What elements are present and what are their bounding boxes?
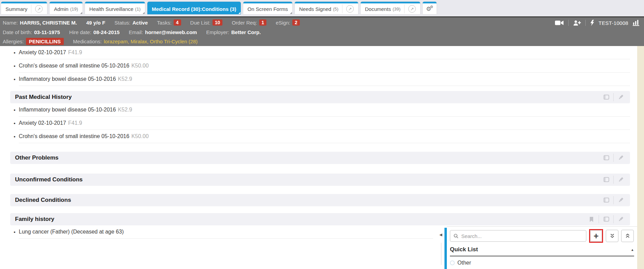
tab-documents-label: Documents: [365, 6, 391, 12]
tab-bar: Summary ↗ Admin (19) Health Surveillance…: [0, 0, 644, 17]
condition-code: K50.00: [131, 133, 149, 139]
condition-search-box: [450, 230, 586, 242]
medications-label: Medications:: [73, 39, 102, 44]
tab-summary[interactable]: Summary ↗: [1, 2, 47, 14]
panel-accent-bar: [444, 228, 447, 269]
tab-health-surveillance[interactable]: Health Surveillance (1): [85, 2, 145, 14]
encounters-book-icon[interactable]: [599, 215, 613, 224]
due-list-count-badge[interactable]: 10: [213, 19, 223, 26]
esign-label: eSign:: [276, 20, 290, 26]
condition-code: K52.9: [118, 76, 132, 82]
popout-icon[interactable]: ↗: [35, 5, 43, 13]
tasks-count-badge[interactable]: 4: [174, 19, 181, 26]
search-input[interactable]: [461, 233, 583, 239]
encounters-book-icon[interactable]: [599, 175, 613, 184]
popout-icon[interactable]: ↗: [408, 5, 416, 13]
tab-documents[interactable]: Documents (39) ↗: [361, 2, 420, 14]
bookmark-icon[interactable]: [584, 215, 599, 224]
section-title: Declined Conditions: [15, 197, 71, 204]
quick-list-item-label: Other: [457, 260, 471, 266]
patient-email: horner@mieweb.com: [145, 29, 197, 35]
condition-item: Anxiety 02-10-2017 F41.9: [19, 117, 630, 130]
allergy-badge[interactable]: PENICILLINS: [26, 38, 64, 45]
tab-divider: [404, 4, 405, 13]
lightning-icon[interactable]: [590, 20, 594, 26]
patient-dob: 03-11-1975: [34, 29, 60, 35]
esign-count-badge[interactable]: 2: [292, 19, 300, 26]
quick-list-header[interactable]: Quick List ▲: [450, 246, 634, 256]
section-family-history: Family history: [10, 213, 630, 225]
section-declined-conditions: Declined Conditions: [10, 194, 630, 206]
condition-item: Inflammatory bowel disease 05-10-2016 K5…: [19, 73, 630, 86]
patient-hire-date: 08-24-2015: [93, 29, 120, 35]
tab-count: (1): [135, 6, 141, 12]
tasks-label: Tasks:: [157, 20, 172, 26]
condition-link[interactable]: Anxiety 02-10-2017: [19, 49, 66, 56]
condition-item: Crohn's disease of small intestine 05-10…: [19, 59, 630, 73]
add-condition-button[interactable]: +: [590, 230, 602, 242]
tab-dropdown-fold-icon: [290, 12, 292, 14]
active-conditions-list: Anxiety 02-10-2017 F41.9 Crohn's disease…: [19, 46, 630, 86]
edit-pencil-icon[interactable]: [614, 93, 628, 102]
tab-count: (5): [333, 6, 338, 12]
edit-pencil-icon[interactable]: [614, 175, 628, 184]
flowsheet-chart-icon[interactable]: [633, 20, 639, 26]
edit-pencil-icon[interactable]: [614, 153, 628, 162]
tab-needs-signed[interactable]: Needs Signed (5) ↗: [295, 2, 358, 14]
section-past-medical-history: Past Medical History: [10, 91, 630, 103]
order-req-count-badge[interactable]: 1: [259, 19, 267, 26]
collapse-triangle-icon[interactable]: ▲: [631, 248, 634, 252]
condition-item: Crohn's disease of small intestine 05-10…: [19, 130, 630, 143]
condition-item: Anxiety 02-10-2017 F41.9: [19, 46, 630, 59]
patient-status: Active: [132, 20, 148, 26]
section-other-problems: Other Problems: [10, 152, 630, 164]
condition-link[interactable]: Crohn's disease of small intestine 05-10…: [19, 63, 129, 69]
condition-code: K50.00: [131, 63, 149, 69]
encounters-book-icon[interactable]: [599, 196, 613, 205]
condition-code: K52.9: [118, 107, 132, 113]
tab-count: (19): [70, 6, 78, 12]
due-list-label: Due List:: [190, 20, 210, 26]
divider: [585, 20, 586, 26]
tab-dropdown-fold-icon: [80, 12, 82, 14]
quick-list-panel: ◀ + Quick List ▲ Other: [439, 226, 637, 269]
side-strip: [637, 46, 644, 269]
tab-on-screen-forms[interactable]: On Screen Forms: [243, 2, 292, 14]
encounters-book-icon[interactable]: [599, 153, 613, 162]
collapse-all-chevron-up-icon[interactable]: [621, 230, 634, 242]
patient-employer: Better Corp.: [231, 29, 261, 35]
allergies-label: Allergies:: [3, 39, 24, 44]
dob-label: Date of birth:: [3, 29, 32, 35]
video-call-icon[interactable]: [555, 20, 564, 26]
edit-pencil-icon[interactable]: [614, 196, 628, 205]
section-title: Past Medical History: [15, 94, 72, 101]
tab-needs-signed-label: Needs Signed: [299, 6, 331, 12]
divider: [441, 243, 441, 265]
add-user-icon[interactable]: [573, 20, 581, 26]
condition-link[interactable]: Inflammatory bowel disease 05-10-2016: [19, 76, 116, 82]
search-icon: [454, 234, 458, 239]
condition-link[interactable]: Anxiety 02-10-2017: [19, 120, 66, 126]
tab-admin[interactable]: Admin (19): [49, 2, 83, 14]
tab-dropdown-fold-icon: [143, 12, 145, 14]
tab-medical-record-conditions[interactable]: Medical Record (30):Conditions (3): [147, 2, 241, 14]
condition-code: F41.9: [68, 120, 82, 126]
condition-code: F41.9: [68, 49, 82, 56]
condition-link[interactable]: Lung cancer (Father) (Deceased at age 63…: [19, 229, 124, 235]
panel-collapse-left-icon[interactable]: ◀: [439, 233, 442, 237]
radio-icon[interactable]: [450, 260, 455, 265]
tab-count: (39): [393, 6, 400, 12]
encounters-book-icon[interactable]: [599, 93, 613, 102]
tab-settings[interactable]: ⚙ ⚙: [423, 2, 437, 14]
condition-link[interactable]: Inflammatory bowel disease 05-10-2016: [19, 107, 116, 113]
medications-links[interactable]: lorazepam, Miralax, Ortho Tri-Cyclen (28…: [104, 39, 197, 44]
tab-dropdown-fold-icon: [238, 12, 240, 14]
condition-link[interactable]: Crohn's disease of small intestine 05-10…: [19, 133, 129, 139]
edit-pencil-icon[interactable]: [614, 215, 628, 224]
expand-all-chevron-down-icon[interactable]: [606, 230, 618, 242]
name-label: Name:: [3, 20, 18, 26]
tab-health-surveillance-label: Health Surveillance: [89, 6, 133, 12]
quick-list-item-other[interactable]: Other: [450, 256, 634, 269]
tab-admin-label: Admin: [54, 6, 69, 12]
popout-icon[interactable]: ↗: [346, 5, 354, 13]
